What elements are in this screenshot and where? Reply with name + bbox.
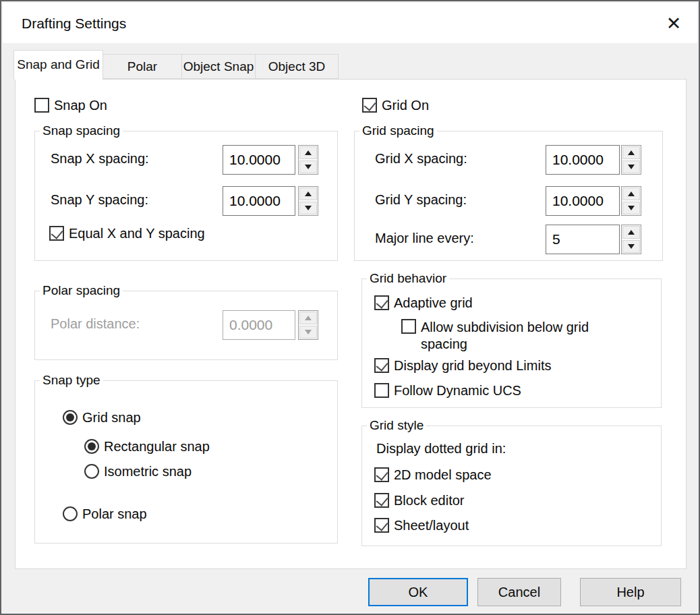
checkbox-icon[interactable] [401,319,416,334]
spin-up-button[interactable] [622,187,640,200]
isometric-snap-radio[interactable]: Isometric snap [84,464,192,479]
checkbox-icon[interactable] [374,493,389,508]
equal-xy-spacing-label: Equal X and Y spacing [69,226,205,241]
rectangular-snap-radio[interactable]: Rectangular snap [84,439,210,455]
group-title: Snap spacing [40,123,123,138]
follow-dynamic-ucs-checkbox[interactable]: Follow Dynamic UCS [374,383,521,399]
major-line-every-input[interactable]: 5 [546,225,620,254]
group-title: Grid style [367,418,426,433]
2d-model-space-label: 2D model space [394,467,492,483]
grid-on-checkbox[interactable]: Grid On [362,98,429,113]
group-title: Polar spacing [40,283,123,298]
triangle-up-icon [628,192,635,196]
triangle-down-icon [628,244,635,249]
tab-object-3d-snap[interactable]: Object 3D Snap [255,54,339,79]
triangle-up-icon [305,316,312,320]
allow-subdivision-label: Allow subdivision below grid spacing [421,319,613,353]
close-icon[interactable]: ✕ [661,11,687,36]
tab-label: Object Snap [183,59,254,74]
follow-dynamic-ucs-label: Follow Dynamic UCS [394,383,521,399]
rectangular-snap-label: Rectangular snap [104,439,210,455]
snap-y-spacing-input[interactable]: 10.0000 [223,186,295,216]
polar-snap-label: Polar snap [82,506,147,522]
triangle-up-icon [628,230,635,235]
spin-up-button[interactable] [622,226,640,239]
checkbox-icon[interactable] [374,518,389,533]
tab-label: Snap and Grid [17,57,100,71]
2d-model-space-checkbox[interactable]: 2D model space [374,467,492,483]
block-editor-checkbox[interactable]: Block editor [374,493,465,508]
checkbox-icon[interactable] [34,98,49,113]
triangle-down-icon [305,165,312,169]
adaptive-grid-label: Adaptive grid [394,295,473,311]
drafting-settings-dialog: Drafting Settings ✕ Snap and Grid Polar … [0,0,700,615]
dialog-title: Drafting Settings [22,3,126,43]
adaptive-grid-checkbox[interactable]: Adaptive grid [374,295,473,311]
group-title: Grid behavior [367,271,449,286]
checkbox-icon[interactable] [374,383,389,398]
triangle-up-icon [628,150,635,155]
group-title: Snap type [40,373,103,388]
snap-y-spacing-label: Snap Y spacing: [51,192,148,208]
grid-on-label: Grid On [382,98,429,113]
snap-y-spinner [298,186,318,216]
spin-down-button[interactable] [299,202,317,214]
display-dotted-grid-caption: Display dotted grid in: [376,441,506,457]
tab-polar-tracking[interactable]: Polar Tracking [103,54,182,79]
radio-icon[interactable] [84,464,99,479]
spin-up-button[interactable] [299,146,317,159]
help-button[interactable]: Help [580,578,681,606]
major-line-spinner [621,225,641,254]
checkbox-icon[interactable] [374,467,389,482]
spin-down-button[interactable] [622,202,640,214]
spin-down-button[interactable] [622,240,640,253]
triangle-up-icon [305,150,312,155]
radio-icon[interactable] [63,506,78,521]
display-grid-beyond-limits-checkbox[interactable]: Display grid beyond Limits [374,358,551,374]
triangle-up-icon [305,192,312,196]
triangle-down-icon [628,165,635,169]
checkbox-icon[interactable] [374,295,389,310]
spin-up-button[interactable] [622,146,640,159]
isometric-snap-label: Isometric snap [104,464,192,479]
polar-distance-spinner [298,310,318,340]
triangle-down-icon [305,330,312,334]
triangle-down-icon [305,206,312,210]
grid-y-spacing-label: Grid Y spacing: [375,192,467,208]
grid-y-spinner [621,186,641,216]
spin-down-button[interactable] [299,160,317,173]
spin-up-button[interactable] [299,187,317,200]
polar-distance-label: Polar distance: [51,316,140,332]
snap-on-label: Snap On [54,98,107,113]
grid-snap-radio[interactable]: Grid snap [63,410,141,426]
sheet-layout-label: Sheet/layout [394,518,469,533]
cancel-button[interactable]: Cancel [477,578,561,606]
tab-object-snap[interactable]: Object Snap [181,54,256,79]
spin-up-button [299,312,317,324]
allow-subdivision-checkbox[interactable]: Allow subdivision below grid spacing [401,319,613,353]
grid-x-spinner [621,145,641,175]
titlebar: Drafting Settings ✕ [3,3,697,43]
radio-icon[interactable] [63,410,78,425]
grid-y-spacing-input[interactable]: 10.0000 [546,186,620,216]
tab-snap-and-grid[interactable]: Snap and Grid [13,50,103,80]
radio-icon[interactable] [84,439,99,454]
polar-distance-input: 0.0000 [223,310,295,340]
triangle-down-icon [628,206,635,210]
grid-x-spacing-input[interactable]: 10.0000 [546,145,620,175]
sheet-layout-checkbox[interactable]: Sheet/layout [374,518,469,533]
equal-xy-spacing-checkbox[interactable]: Equal X and Y spacing [49,226,205,241]
checkbox-icon[interactable] [49,226,64,241]
checkbox-icon[interactable] [362,98,377,113]
group-title: Grid spacing [359,123,437,138]
spin-down-button [299,326,317,339]
polar-snap-radio[interactable]: Polar snap [63,506,147,522]
checkbox-icon[interactable] [374,358,389,373]
grid-snap-label: Grid snap [82,410,141,426]
spin-down-button[interactable] [622,160,640,173]
snap-on-checkbox[interactable]: Snap On [34,98,107,113]
snap-x-spacing-input[interactable]: 10.0000 [223,145,295,175]
display-grid-beyond-limits-label: Display grid beyond Limits [394,358,551,374]
ok-button[interactable]: OK [368,578,468,606]
snap-x-spinner [298,145,318,175]
